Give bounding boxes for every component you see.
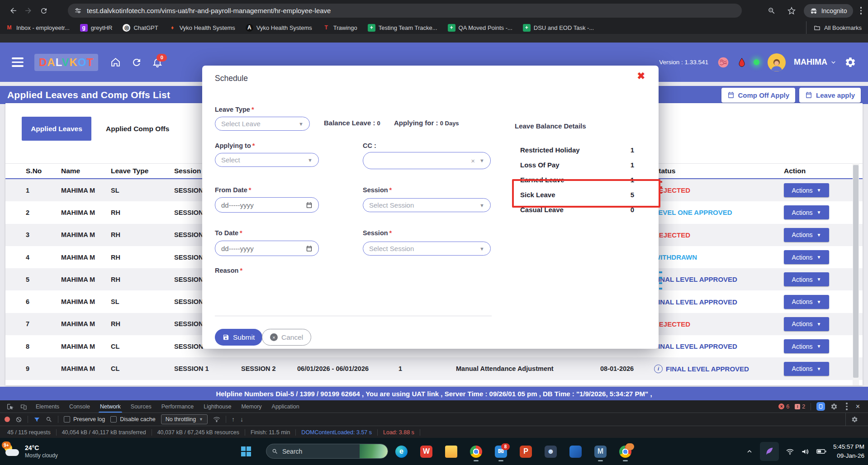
info-icon[interactable]: i <box>654 365 663 373</box>
import-har-icon[interactable]: ↑ <box>232 416 235 423</box>
table-scrollbar-thumb[interactable] <box>853 165 859 378</box>
taskbar-search[interactable]: Search <box>266 444 388 459</box>
inspect-element-icon[interactable] <box>4 403 16 410</box>
applying-to-select[interactable]: Select ▼ <box>215 153 319 167</box>
all-bookmarks-button[interactable]: All Bookmarks <box>806 21 862 34</box>
recorder-icon[interactable] <box>816 402 825 411</box>
bookmark-item[interactable]: + DSU and EOD Task -... <box>523 24 594 32</box>
pen-app-icon[interactable] <box>760 442 779 461</box>
leave-type-select[interactable]: Select Leave ▼ <box>215 117 310 131</box>
network-conditions-icon[interactable] <box>213 416 220 423</box>
brain-icon[interactable] <box>716 56 730 69</box>
record-network-icon[interactable] <box>5 417 10 422</box>
devtools-close-icon[interactable]: × <box>856 403 860 411</box>
disable-cache-checkbox[interactable]: Disable cache <box>110 416 156 422</box>
wifi-icon[interactable] <box>786 447 794 456</box>
bookmark-item[interactable]: g greytHR <box>80 24 113 32</box>
devtools-tab[interactable]: Lighthouse <box>199 400 236 413</box>
powerpoint-icon[interactable]: P <box>520 446 532 458</box>
teams-icon[interactable]: ☻ <box>545 446 557 458</box>
notifications-bell-icon[interactable]: 0 <box>152 57 163 68</box>
tab-applied-comp-offs[interactable]: Applied Comp Offs <box>96 117 179 141</box>
bookmark-item[interactable]: ♦ Vyko Health Systems <box>169 24 235 32</box>
bookmark-item[interactable]: M Inbox - employeetr... <box>5 24 70 32</box>
back-icon[interactable] <box>5 3 21 19</box>
bookmark-item[interactable]: T Trawingo <box>323 24 357 32</box>
tray-chevron-up-icon[interactable] <box>746 448 753 455</box>
row-actions-button[interactable]: Actions ▼ <box>784 250 829 264</box>
modal-close-icon[interactable]: ✖ <box>637 71 645 81</box>
word-icon[interactable]: W <box>420 446 432 458</box>
device-toolbar-icon[interactable] <box>16 403 31 410</box>
devtools-tab[interactable]: Network <box>95 400 126 413</box>
start-button[interactable] <box>239 444 253 459</box>
console-issues-badge[interactable]: !2 <box>795 403 805 410</box>
calendar-icon[interactable] <box>306 202 313 209</box>
user-menu[interactable]: MAHIMA <box>794 57 836 67</box>
file-explorer-icon[interactable] <box>445 446 457 458</box>
dalvkot-logo[interactable]: DALVKOT <box>34 54 98 71</box>
clear-network-icon[interactable] <box>15 416 22 423</box>
devtools-tab[interactable]: Performance <box>157 400 199 413</box>
bookmark-item[interactable]: + Testing Team Tracke... <box>368 24 437 32</box>
site-settings-icon[interactable] <box>74 7 82 14</box>
home-icon[interactable] <box>110 57 121 68</box>
chrome-profile-icon[interactable] <box>619 446 631 458</box>
export-har-icon[interactable]: ↓ <box>240 416 243 423</box>
search-network-icon[interactable] <box>46 416 52 423</box>
row-actions-button[interactable]: Actions ▼ <box>784 205 829 219</box>
devtools-tab[interactable]: Console <box>64 400 95 413</box>
reload-icon[interactable] <box>36 3 52 19</box>
throttling-select[interactable]: No throttling ▼ <box>161 414 208 424</box>
tab-applied-leaves[interactable]: Applied Leaves <box>22 117 91 141</box>
devtools-settings-icon[interactable] <box>830 403 838 410</box>
app-blue-icon[interactable] <box>569 446 582 458</box>
bookmark-star-icon[interactable] <box>784 3 799 19</box>
preserve-log-checkbox[interactable]: Preserve log <box>64 416 105 422</box>
chrome-icon[interactable] <box>470 446 482 458</box>
leave-apply-button[interactable]: Leave apply <box>799 88 861 103</box>
from-date-input[interactable]: dd-----yyyy <box>215 197 319 213</box>
calendar-icon[interactable] <box>306 245 313 252</box>
blood-drop-icon[interactable] <box>738 57 745 67</box>
avatar[interactable] <box>768 53 786 71</box>
row-actions-button[interactable]: Actions ▼ <box>784 295 829 309</box>
devtools-tab[interactable]: Sources <box>126 400 157 413</box>
edge-icon[interactable]: e <box>395 446 408 458</box>
mysql-workbench-icon[interactable]: M <box>594 446 607 458</box>
browser-menu-icon[interactable] <box>858 7 865 14</box>
zoom-icon[interactable] <box>764 3 779 19</box>
weather-widget[interactable]: 9+ 24°C Mostly cloudy <box>4 438 58 465</box>
row-actions-button[interactable]: Actions ▼ <box>784 339 829 353</box>
row-actions-button[interactable]: Actions ▼ <box>784 228 829 242</box>
row-actions-button[interactable]: Actions ▼ <box>784 272 829 286</box>
network-settings-gear-icon[interactable] <box>851 416 858 423</box>
row-actions-button[interactable]: Actions ▼ <box>784 183 829 197</box>
filter-icon[interactable] <box>33 416 40 423</box>
sync-icon[interactable] <box>131 57 142 68</box>
forward-icon[interactable] <box>21 3 36 19</box>
volume-icon[interactable] <box>801 447 810 456</box>
submit-button[interactable]: Submit <box>215 329 262 346</box>
row-actions-button[interactable]: Actions ▼ <box>784 317 829 331</box>
to-date-input[interactable]: dd-----yyyy <box>215 241 319 256</box>
bookmark-item[interactable]: ◎ ChatGPT <box>123 24 158 32</box>
taskbar-clock[interactable]: 5:45:57 PM 09-Jan-26 <box>833 442 864 460</box>
cc-select[interactable]: × ▼ <box>363 152 491 169</box>
bookmark-item[interactable]: A Vyko Health Systems <box>246 24 312 32</box>
console-errors-badge[interactable]: ×6 <box>778 403 789 410</box>
devtools-tab[interactable]: Application <box>267 400 304 413</box>
reason-textarea[interactable] <box>215 277 492 316</box>
devtools-menu-icon[interactable] <box>843 403 850 410</box>
cancel-button[interactable]: × Cancel <box>262 329 311 346</box>
devtools-tab[interactable]: Elements <box>31 400 64 413</box>
bookmark-item[interactable]: + QA Moved Points -... <box>448 24 512 32</box>
menu-icon[interactable] <box>12 57 24 67</box>
clear-icon[interactable]: × <box>471 157 475 165</box>
battery-icon[interactable] <box>816 448 826 455</box>
url-bar[interactable]: test.dalvkotinfotech.com/vims-uat/hr-and… <box>68 4 742 18</box>
devtools-tab[interactable]: Memory <box>236 400 266 413</box>
row-actions-button[interactable]: Actions ▼ <box>784 362 829 376</box>
mail-icon[interactable]: ✉ 8 <box>495 446 507 458</box>
settings-gear-icon[interactable] <box>844 57 856 68</box>
